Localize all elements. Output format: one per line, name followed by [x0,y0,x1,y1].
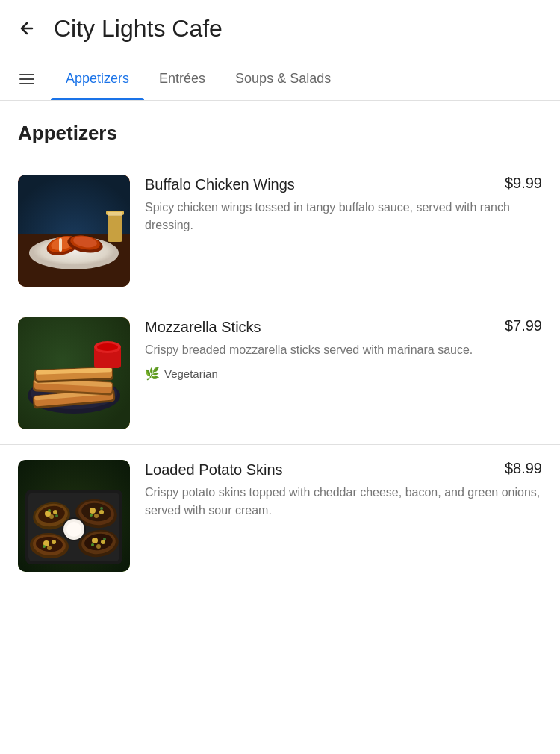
item-name-loaded-potato-skins: Loaded Potato Skins [145,460,505,479]
menu-item-loaded-potato-skins[interactable]: Loaded Potato Skins $8.99 Crispy potato … [0,444,560,587]
svg-point-62 [92,538,98,543]
item-price-mozzarella-sticks: $7.99 [505,317,542,334]
svg-point-40 [53,510,57,514]
menu-items-list: Buffalo Chicken Wings $9.99 Spicy chicke… [0,160,560,587]
menu-item-buffalo-chicken-wings[interactable]: Buffalo Chicken Wings $9.99 Spicy chicke… [0,160,560,302]
svg-point-47 [90,508,96,514]
svg-point-42 [48,509,51,512]
svg-point-64 [96,544,101,549]
item-desc-loaded-potato-skins: Crispy potato skins topped with cheddar … [145,484,542,520]
item-image-mozzarella-sticks [18,317,130,429]
svg-rect-14 [108,212,122,242]
menu-item-mozzarella-sticks[interactable]: Mozzarella Sticks $7.99 Crispy breaded m… [0,302,560,444]
item-name-buffalo-chicken-wings: Buffalo Chicken Wings [145,175,505,194]
tab-entrees[interactable]: Entrées [144,57,220,100]
svg-point-65 [91,543,94,546]
svg-point-41 [49,514,54,519]
svg-point-51 [100,507,103,510]
potato-skins-food-image [18,460,130,572]
vegetarian-label: Vegetarian [164,367,218,380]
item-content-mozzarella-sticks: Mozzarella Sticks $7.99 Crispy breaded m… [145,317,542,381]
svg-point-66 [103,538,106,540]
item-header-loaded-potato-skins: Loaded Potato Skins $8.99 [145,460,542,479]
svg-point-56 [52,540,56,544]
page-title: City Lights Cafe [54,15,223,43]
item-content-loaded-potato-skins: Loaded Potato Skins $8.99 Crispy potato … [145,460,542,520]
svg-point-49 [94,514,99,518]
item-header-mozzarella-sticks: Mozzarella Sticks $7.99 [145,317,542,337]
item-price-buffalo-chicken-wings: $9.99 [505,175,542,192]
svg-point-48 [99,510,104,514]
tab-soups-salads[interactable]: Soups & Salads [220,57,346,100]
hamburger-menu-icon [18,70,36,88]
item-header-buffalo-chicken-wings: Buffalo Chicken Wings $9.99 [145,175,542,194]
item-name-mozzarella-sticks: Mozzarella Sticks [145,317,505,337]
item-price-loaded-potato-skins: $8.99 [505,460,542,477]
menu-list-icon-button[interactable] [9,58,45,100]
header: City Lights Cafe [0,0,560,57]
back-button[interactable] [12,13,42,43]
svg-rect-13 [59,238,62,252]
item-image-loaded-potato-skins [18,460,130,572]
svg-point-50 [90,514,93,517]
leaf-icon: 🌿 [145,367,160,381]
item-content-buffalo-chicken-wings: Buffalo Chicken Wings $9.99 Spicy chicke… [145,175,542,234]
tab-bar: Appetizers Entrées Soups & Salads [0,57,560,101]
wings-food-image [18,175,130,287]
item-desc-mozzarella-sticks: Crispy breaded mozzarella sticks served … [145,341,542,359]
item-desc-buffalo-chicken-wings: Spicy chicken wings tossed in tangy buff… [145,199,542,234]
back-arrow-icon [18,19,36,37]
section-heading: Appetizers [0,101,560,160]
vegetarian-badge: 🌿 Vegetarian [145,367,542,381]
svg-point-43 [55,514,58,517]
svg-point-32 [97,343,118,351]
svg-point-57 [47,546,52,550]
mozzarella-food-image [18,317,130,429]
svg-point-58 [43,545,46,548]
tab-appetizers[interactable]: Appetizers [51,57,144,100]
item-image-buffalo-chicken-wings [18,175,130,287]
svg-point-69 [66,522,81,537]
svg-rect-16 [108,212,122,216]
